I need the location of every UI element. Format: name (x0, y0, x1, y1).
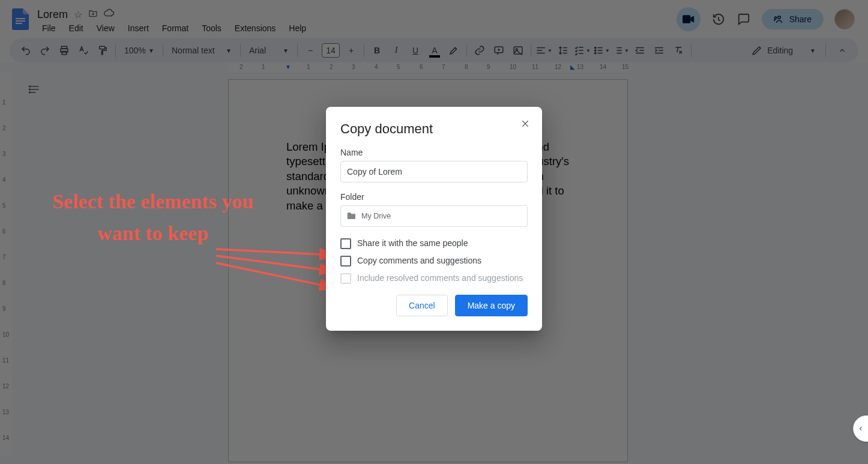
folder-icon (347, 211, 357, 221)
checkbox-icon (340, 238, 351, 249)
close-icon[interactable] (518, 116, 532, 131)
name-input[interactable] (340, 161, 528, 182)
dialog-title: Copy document (340, 121, 528, 137)
checkbox-share-same-people[interactable]: Share it with the same people (340, 238, 528, 249)
folder-select[interactable]: My Drive (340, 205, 528, 227)
name-label: Name (340, 148, 528, 157)
cancel-button[interactable]: Cancel (396, 295, 448, 316)
checkbox-label: Include resolved comments and suggestion… (357, 273, 523, 284)
folder-value: My Drive (361, 212, 391, 220)
checkbox-copy-comments[interactable]: Copy comments and suggestions (340, 255, 528, 267)
make-a-copy-button[interactable]: Make a copy (455, 295, 528, 316)
checkbox-icon (340, 256, 351, 267)
checkbox-icon (340, 273, 351, 284)
checkbox-include-resolved: Include resolved comments and suggestion… (340, 273, 528, 284)
folder-label: Folder (340, 192, 528, 202)
checkbox-label: Share it with the same people (357, 238, 468, 249)
checkbox-label: Copy comments and suggestions (357, 255, 481, 267)
copy-document-dialog: Copy document Name Folder My Drive Share… (326, 107, 542, 331)
